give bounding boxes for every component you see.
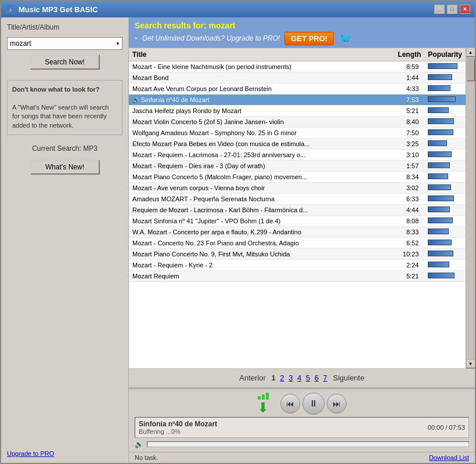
page-1[interactable]: 1 bbox=[271, 374, 275, 382]
buffer-text: Buffering ...0% bbox=[139, 428, 181, 435]
table-row[interactable]: Mozart - Ave verum corpus - Vienna boys … bbox=[129, 183, 466, 194]
search-input[interactable]: mozart bbox=[7, 37, 122, 50]
search-query: mozart bbox=[209, 21, 236, 30]
search-header: Search results for: mozart • Get Unlimit… bbox=[129, 17, 475, 48]
search-button[interactable]: Search Now! bbox=[30, 55, 100, 70]
page-2[interactable]: 2 bbox=[280, 374, 284, 382]
results-table: Title Length Popularity Mozart - Eine kl… bbox=[129, 48, 466, 282]
table-row[interactable]: Amadeus MOZART - Pequeña Serenata Noctur… bbox=[129, 194, 466, 205]
popularity-bar bbox=[428, 107, 449, 113]
table-row[interactable]: Mozart - Eine kleine Nachtmusik (on peri… bbox=[129, 61, 466, 72]
track-popularity bbox=[424, 260, 466, 271]
col-length: Length bbox=[383, 48, 425, 61]
popularity-bar bbox=[428, 206, 450, 212]
table-row[interactable]: Mozart Violin Concerto 5 (2of 5) Janine … bbox=[129, 117, 466, 128]
track-popularity bbox=[424, 139, 466, 150]
minimize-button[interactable]: _ bbox=[434, 5, 445, 14]
table-row[interactable]: Mozart Sinfonía nº 41 "Jupiter" - VPO Bo… bbox=[129, 216, 466, 227]
track-popularity bbox=[424, 227, 466, 238]
buffer-info: Buffering ...0% bbox=[139, 428, 217, 435]
track-title-cell: Mozart - Eine kleine Nachtmusik (on peri… bbox=[132, 63, 291, 70]
close-button[interactable]: ✕ bbox=[460, 5, 470, 14]
page-4[interactable]: 4 bbox=[297, 374, 301, 382]
maximize-button[interactable]: □ bbox=[447, 5, 457, 14]
time-current: 00:00 bbox=[428, 424, 444, 431]
track-popularity bbox=[424, 150, 466, 161]
track-title: Sinfonía nº40 de Mozart bbox=[139, 420, 217, 428]
track-title-cell: Wolfgang Amadeus Mozart - Symphony No. 2… bbox=[132, 129, 297, 136]
track-length: 4:44 bbox=[383, 205, 425, 216]
info-box: Don't know what to look for? A "What's N… bbox=[7, 80, 122, 135]
track-title-cell: Requiem de Mozart - Lacrimosa - Karl Böh… bbox=[132, 206, 308, 213]
table-row[interactable]: Efecto Mozart Para Bebes en Video (con m… bbox=[129, 139, 466, 150]
download-list-link[interactable]: Download List bbox=[429, 454, 469, 461]
track-title-cell: Mozart - Requiem - Dies irae - 3 (Day of… bbox=[132, 162, 265, 169]
right-panel: Search results for: mozart • Get Unlimit… bbox=[129, 17, 475, 463]
results-scroll-area[interactable]: Title Length Popularity Mozart - Eine kl… bbox=[129, 48, 466, 368]
track-popularity bbox=[424, 61, 466, 72]
popularity-bar bbox=[428, 162, 449, 168]
table-row[interactable]: Wolfgang Amadeus Mozart - Symphony No. 2… bbox=[129, 128, 466, 139]
table-row[interactable]: Mozart Ave Verum Corpus por Leonard Bern… bbox=[129, 84, 466, 95]
page-5[interactable]: 5 bbox=[306, 374, 310, 382]
page-7[interactable]: 7 bbox=[323, 374, 327, 382]
page-6[interactable]: 6 bbox=[315, 374, 319, 382]
window-controls: _ □ ✕ bbox=[434, 5, 470, 14]
table-row[interactable]: Jascha Heifetz plays Rondo by Mozart5:21 bbox=[129, 106, 466, 117]
table-row[interactable]: Mozart Requiem5:21 bbox=[129, 271, 466, 282]
table-row[interactable]: Mozart - Requiem - Kyrie - 22:24 bbox=[129, 260, 466, 271]
track-length: 2:24 bbox=[383, 260, 425, 271]
table-header: Title Length Popularity bbox=[129, 48, 466, 61]
table-row[interactable]: Requiem de Mozart - Lacrimosa - Karl Böh… bbox=[129, 205, 466, 216]
scroll-thumb[interactable] bbox=[467, 58, 475, 81]
table-row[interactable]: Mozart - Concerto No. 23 For Piano and O… bbox=[129, 238, 466, 249]
popularity-bar bbox=[428, 240, 451, 245]
track-title-cell: Mozart Piano Concerto 5 (Malcolm Frager,… bbox=[132, 173, 307, 180]
signal-bar-2 bbox=[262, 394, 265, 400]
track-title-cell: Mozart Ave Verum Corpus por Leonard Bern… bbox=[132, 85, 272, 92]
track-popularity bbox=[424, 271, 466, 282]
popularity-bar bbox=[428, 140, 447, 146]
table-row[interactable]: Mozart - Requiem - Dies irae - 3 (Day of… bbox=[129, 161, 466, 172]
get-pro-button[interactable]: GET PRO! bbox=[284, 32, 334, 45]
popularity-bar bbox=[428, 151, 452, 157]
status-text: No task. bbox=[135, 454, 158, 461]
info-body: A "What's New" search will search for so… bbox=[12, 104, 109, 129]
prev-button[interactable]: ⏮ bbox=[280, 394, 300, 414]
track-title-cell: Amadeus MOZART - Pequeña Serenata Noctur… bbox=[132, 195, 275, 202]
transport-controls: ⏮ ⏸ ⏭ bbox=[280, 393, 347, 415]
popularity-bar bbox=[428, 184, 451, 190]
track-title-cell: Mozart Requiem bbox=[132, 273, 179, 280]
download-arrow-icon[interactable]: ⬇ bbox=[257, 401, 269, 415]
pagination: Anterior 1 2 3 4 5 6 7 Siguiente bbox=[129, 368, 475, 387]
time-total: 07:53 bbox=[449, 424, 465, 431]
table-row[interactable]: Mozart Piano Concerto 5 (Malcolm Frager,… bbox=[129, 172, 466, 183]
popularity-bar bbox=[428, 273, 455, 278]
popularity-bar bbox=[428, 74, 452, 80]
scrollbar[interactable]: ▲ ▼ bbox=[466, 48, 475, 368]
status-bar: No task. Download List bbox=[129, 452, 475, 463]
upgrade-link[interactable]: Upgrade to PRO bbox=[7, 450, 122, 457]
page-3[interactable]: 3 bbox=[289, 374, 293, 382]
table-row[interactable]: 🔊 Sinfonía nº40 de Mozart7:53 bbox=[129, 95, 466, 106]
search-title: Search results for: mozart bbox=[135, 21, 469, 30]
whats-new-button[interactable]: What's New! bbox=[30, 160, 100, 175]
track-length: 3:10 bbox=[383, 150, 425, 161]
table-row[interactable]: W.A. Mozart - Concerto per arpa e flauto… bbox=[129, 227, 466, 238]
popularity-bar bbox=[428, 129, 453, 135]
table-row[interactable]: Mozart - Requiem - Lacrimosa - 27-01: 25… bbox=[129, 150, 466, 161]
track-popularity bbox=[424, 161, 466, 172]
track-length: 3:25 bbox=[383, 139, 425, 150]
next-button[interactable]: ⏭ bbox=[327, 394, 347, 414]
table-row[interactable]: Mozart Piano Concerto No. 9, First Mvt, … bbox=[129, 249, 466, 260]
scroll-down-arrow[interactable]: ▼ bbox=[466, 359, 475, 368]
scroll-up-arrow[interactable]: ▲ bbox=[466, 48, 475, 57]
track-length: 8:34 bbox=[383, 172, 425, 183]
table-row[interactable]: Mozart Bond1:44 bbox=[129, 72, 466, 84]
track-popularity bbox=[424, 216, 466, 227]
progress-bar[interactable] bbox=[147, 441, 469, 447]
track-length: 8:33 bbox=[383, 227, 425, 238]
search-label: Title/Artist/Album bbox=[7, 23, 122, 31]
pause-button[interactable]: ⏸ bbox=[302, 393, 324, 415]
time-display: 00:00 / 07:53 bbox=[428, 424, 465, 431]
